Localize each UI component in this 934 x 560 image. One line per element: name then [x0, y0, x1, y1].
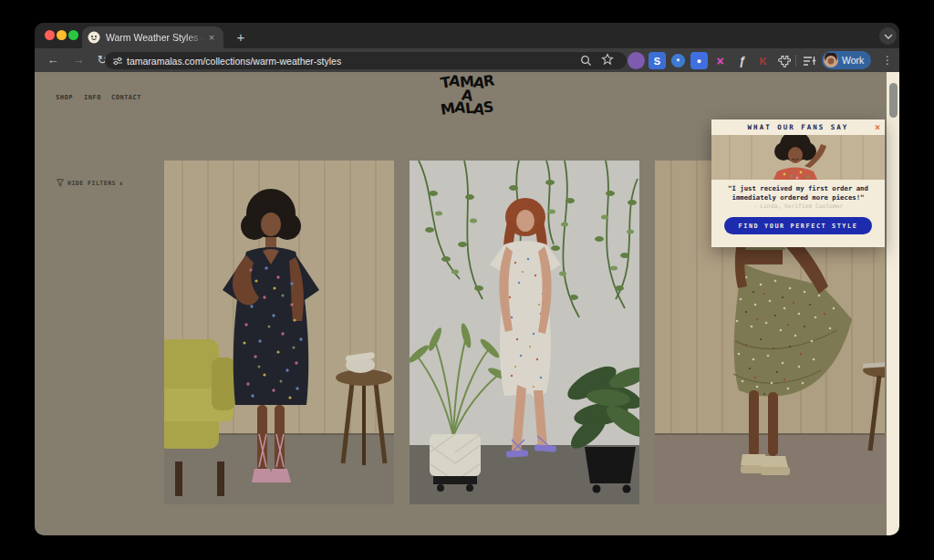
product-photo-white-floral-dress[interactable] — [410, 161, 639, 504]
site-logo[interactable]: TAMARA MALAS — [436, 76, 498, 116]
blue-square-extension-icon[interactable]: ● — [690, 52, 708, 69]
popup-quote-line1: "I just received my first order and — [711, 184, 885, 192]
blue-asterisk-extension-icon[interactable]: * — [671, 54, 685, 67]
bookmark-star-icon[interactable] — [601, 53, 614, 69]
tab-title: Warm Weather Styles – Tama — [106, 32, 205, 43]
profile-chip[interactable]: Work — [822, 51, 871, 69]
popup-cta-button[interactable]: FIND YOUR PERFECT STYLE — [724, 217, 872, 234]
site-settings-icon[interactable] — [112, 56, 123, 67]
page-scrollbar-thumb[interactable] — [889, 83, 898, 118]
side-panel-icon[interactable] — [801, 52, 818, 69]
popup-close-icon[interactable]: × — [875, 122, 880, 132]
browser-toolbar: ← → ↻ tamaramalas.com/collections/warm-w… — [35, 48, 899, 72]
site-page: SHOP INFO CONTACT TAMARA MALAS HIDE FILT… — [35, 72, 899, 535]
browser-menu-kebab-icon[interactable]: ⋮ — [878, 51, 897, 69]
search-omnibox-icon[interactable] — [580, 54, 592, 70]
address-bar[interactable]: tamaramalas.com/collections/warm-weather… — [105, 52, 627, 69]
nav-link-shop[interactable]: SHOP — [56, 94, 73, 101]
testimonial-popup: WHAT OUR FANS SAY × "I just receive — [711, 119, 885, 247]
purple-circle-extension-icon[interactable] — [628, 52, 645, 69]
toolbar-divider — [795, 55, 796, 67]
zoom-window-button[interactable] — [68, 30, 78, 40]
popup-quote-line2: immediately ordered more pieces!" — [711, 193, 885, 202]
back-button[interactable]: ← — [44, 51, 62, 69]
nav-link-info[interactable]: INFO — [84, 94, 101, 101]
minimize-window-button[interactable] — [57, 30, 67, 40]
profile-avatar — [824, 53, 838, 67]
nav-link-contact[interactable]: CONTACT — [111, 94, 141, 101]
f-extension-icon[interactable]: ƒ — [733, 52, 751, 69]
blue-s-extension-icon[interactable]: S — [649, 52, 666, 69]
profile-chip-label: Work — [842, 55, 864, 66]
filter-label: HIDE FILTERS — [67, 180, 116, 187]
tab-search-chevron-icon[interactable] — [879, 27, 897, 45]
close-window-button[interactable] — [45, 30, 55, 40]
pink-x-extension-icon[interactable]: × — [711, 52, 729, 69]
new-tab-button[interactable]: + — [232, 28, 250, 47]
tab-strip: Warm Weather Styles – Tama × + — [35, 23, 899, 48]
popup-title: WHAT OUR FANS SAY — [711, 123, 885, 131]
popup-attribution: - Linda, Verified Customer — [711, 202, 885, 209]
extensions-puzzle-icon[interactable] — [775, 52, 793, 69]
product-photo-navy-floral-dress[interactable] — [164, 161, 394, 504]
site-favicon — [88, 31, 100, 44]
filter-funnel-icon — [57, 179, 64, 187]
hide-filters-toggle[interactable]: HIDE FILTERS ∧ — [57, 179, 123, 187]
url-text: tamaramalas.com/collections/warm-weather… — [127, 56, 341, 67]
site-logo-line2: MALAS — [436, 102, 498, 116]
forward-button[interactable]: → — [69, 51, 88, 69]
red-k-extension-icon[interactable]: K — [754, 52, 772, 69]
browser-tab[interactable]: Warm Weather Styles – Tama × — [82, 26, 223, 48]
filter-caret-up-icon: ∧ — [119, 180, 123, 186]
tab-close-icon[interactable]: × — [205, 32, 218, 43]
browser-window: Warm Weather Styles – Tama × + ← → ↻ tam… — [35, 23, 899, 535]
popup-customer-photo — [711, 135, 885, 180]
popup-cta-label: FIND YOUR PERFECT STYLE — [739, 223, 858, 230]
page-scrollbar-track — [887, 72, 899, 535]
